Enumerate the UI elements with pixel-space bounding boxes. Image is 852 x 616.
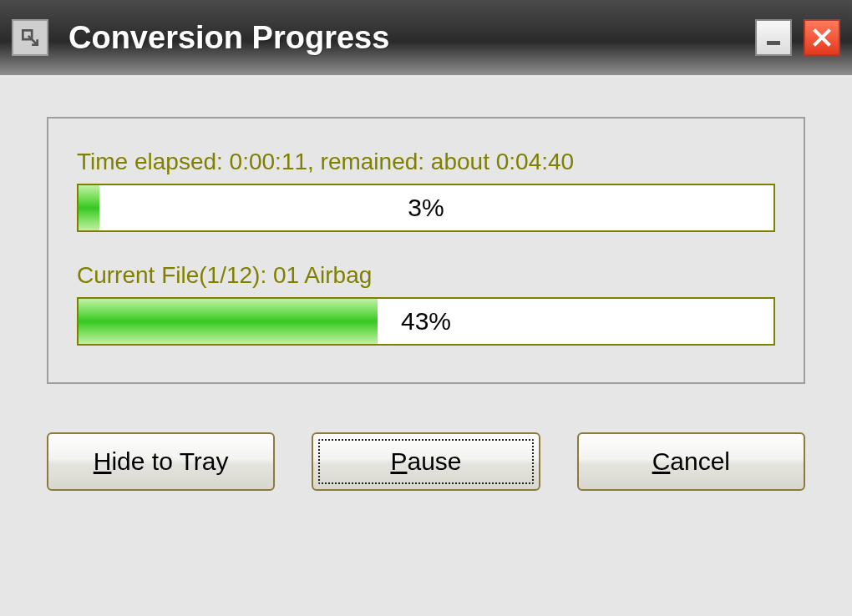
minimize-button[interactable]	[755, 19, 792, 56]
overall-time-label: Time elapsed: 0:00:11, remained: about 0…	[77, 149, 775, 175]
cancel-label-rest: ancel	[670, 447, 730, 475]
overall-progress-text: 3%	[79, 185, 773, 230]
hide-to-tray-button[interactable]: Hide to Tray	[47, 432, 275, 491]
svg-rect-0	[767, 41, 780, 45]
hide-mnemonic: H	[94, 447, 112, 475]
current-progress-text: 43%	[79, 299, 773, 344]
hide-label-rest: ide to Tray	[111, 447, 228, 475]
button-row: Hide to Tray Pause Cancel	[47, 432, 805, 491]
cancel-button[interactable]: Cancel	[577, 432, 805, 491]
pause-mnemonic: P	[390, 447, 407, 475]
cancel-mnemonic: C	[652, 447, 671, 475]
app-icon	[12, 19, 48, 56]
current-progress-bar: 43%	[77, 297, 775, 346]
pause-button[interactable]: Pause	[312, 432, 540, 491]
overall-progress-bar: 3%	[77, 184, 775, 232]
pause-label-rest: ause	[407, 447, 461, 475]
current-file-label: Current File(1/12): 01 Airbag	[77, 262, 775, 289]
close-button[interactable]	[804, 19, 840, 56]
window-controls	[755, 19, 840, 56]
dialog-body: Time elapsed: 0:00:11, remained: about 0…	[0, 75, 852, 616]
window-title: Conversion Progress	[68, 20, 755, 56]
progress-panel: Time elapsed: 0:00:11, remained: about 0…	[47, 117, 805, 384]
titlebar[interactable]: Conversion Progress	[0, 0, 852, 75]
conversion-progress-window: Conversion Progress Time elapsed: 0:00:1…	[0, 0, 852, 616]
